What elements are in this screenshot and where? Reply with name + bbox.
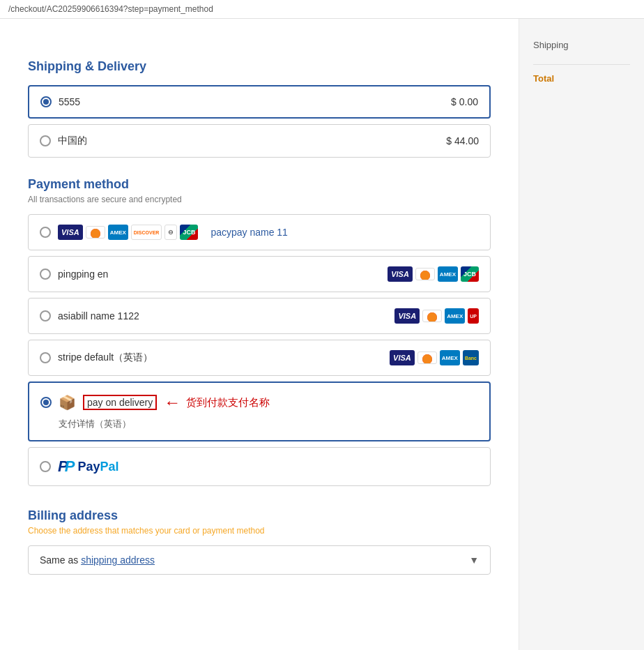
- sidebar-shipping-label: Shipping: [533, 40, 630, 50]
- payment-method-subtitle: All transactions are secure and encrypte…: [28, 195, 491, 204]
- bancontact-icon-stripe: Banc: [463, 350, 479, 365]
- payment-option-pingping[interactable]: pingping en VISA AMEX JCB: [28, 256, 491, 292]
- billing-dropdown-value: Same as shipping address: [40, 554, 155, 566]
- unionpay-icon-asiabill: UP: [468, 308, 479, 324]
- shipping-option-china[interactable]: 中国的 $ 44.00: [28, 124, 491, 158]
- payment-option-paypal[interactable]: P P PayPal: [28, 447, 491, 486]
- sidebar-total-label: Total: [533, 73, 630, 84]
- amex-icon-asiabill: AMEX: [445, 308, 465, 324]
- shipping-label-5555: 5555: [59, 96, 80, 107]
- payment-option-asiabill[interactable]: asiabill name 1122 VISA AMEX UP: [28, 298, 491, 334]
- red-arrow-icon: ←: [164, 393, 181, 412]
- billing-title: Billing address: [28, 508, 491, 523]
- billing-address-section: Billing address Choose the address that …: [28, 508, 491, 575]
- jcb-icon: JCB: [180, 225, 198, 240]
- jcb-icon-pingping: JCB: [461, 266, 479, 282]
- mastercard-icon: [86, 226, 105, 239]
- shipping-radio-5555[interactable]: [40, 96, 52, 107]
- pod-details: 支付详情（英语）: [40, 418, 478, 430]
- mastercard-icon-pingping: [415, 268, 435, 280]
- payment-option-pod[interactable]: 📦 pay on delivery ← 货到付款支付名称 支付详情（英语）: [28, 381, 491, 441]
- url-bar: /checkout/AC20259906616394?step=payment_…: [0, 0, 644, 19]
- payment-option-stripe[interactable]: stripe default（英语） VISA AMEX Banc: [28, 340, 491, 376]
- order-summary-sidebar: Shipping Total: [519, 19, 644, 650]
- payment-radio-pacypay[interactable]: [40, 227, 51, 238]
- mastercard-icon-asiabill: [422, 310, 442, 322]
- paypal-logo: P P PayPal: [58, 458, 118, 476]
- payment-radio-asiabill[interactable]: [40, 310, 51, 322]
- delivery-icon: 📦: [59, 394, 76, 411]
- payment-radio-stripe[interactable]: [40, 352, 51, 363]
- payment-label-pingping: pingping en: [58, 269, 108, 280]
- payment-method-section: Payment method All transactions are secu…: [28, 177, 491, 486]
- payment-label-pacypay: pacypay name 11: [210, 227, 288, 238]
- chevron-down-icon: ▼: [469, 554, 479, 566]
- amex-icon: AMEX: [108, 225, 128, 240]
- payment-method-title: Payment method: [28, 177, 491, 192]
- amex-icon-stripe: AMEX: [440, 350, 460, 365]
- billing-dropdown[interactable]: Same as shipping address ▼: [28, 545, 491, 575]
- payment-option-pacypay[interactable]: VISA AMEX DISCOVER ⊖ JCB pacypay name 11: [28, 214, 491, 250]
- visa-icon-stripe: VISA: [390, 350, 415, 365]
- payment-radio-pingping[interactable]: [40, 269, 51, 280]
- billing-shipping-link[interactable]: shipping address: [81, 554, 155, 566]
- billing-subtitle: Choose the address that matches your car…: [28, 526, 491, 536]
- payment-label-asiabill: asiabill name 1122: [58, 310, 139, 322]
- diners-icon: ⊖: [164, 225, 177, 240]
- pod-annotation: ← 货到付款支付名称: [164, 393, 270, 412]
- shipping-label-china: 中国的: [58, 135, 87, 147]
- payment-radio-paypal[interactable]: [40, 461, 51, 472]
- mastercard-icon-stripe: [417, 352, 437, 364]
- discover-icon: DISCOVER: [131, 225, 162, 240]
- payment-label-stripe: stripe default（英语）: [58, 352, 153, 364]
- shipping-radio-china[interactable]: [40, 135, 51, 146]
- pod-annotation-text: 货到付款支付名称: [186, 396, 270, 409]
- payment-radio-pod[interactable]: [40, 397, 52, 408]
- amex-icon-pingping: AMEX: [438, 266, 458, 282]
- visa-icon-asiabill: VISA: [394, 308, 420, 324]
- pod-label: pay on delivery: [83, 395, 157, 410]
- shipping-delivery-title: Shipping & Delivery: [28, 59, 491, 74]
- shipping-price-5555: $ 0.00: [451, 96, 478, 107]
- shipping-delivery-section: Shipping & Delivery 5555 $ 0.00 中国的 $ 44…: [28, 59, 491, 158]
- visa-icon-pingping: VISA: [388, 266, 413, 282]
- visa-icon: VISA: [58, 225, 83, 240]
- shipping-price-china: $ 44.00: [446, 135, 479, 146]
- shipping-option-5555[interactable]: 5555 $ 0.00: [28, 85, 491, 119]
